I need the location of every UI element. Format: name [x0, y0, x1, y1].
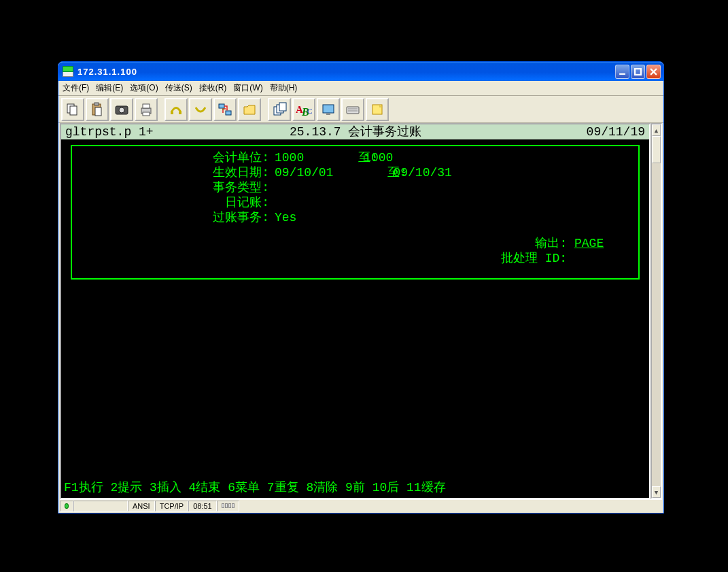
svg-rect-23: [326, 114, 330, 115]
screen-date: 09/11/19: [564, 124, 645, 139]
effdate-to[interactable]: 09/10/31: [387, 165, 451, 180]
function-keys: F1执行 2提示 3插入 4结束 6菜单 7重复 8清除 9前 10后 11缓存: [64, 480, 446, 495]
app-window: 172.31.1.100 文件(F) 编辑(E) 选项(O) 传送(S) 接收(…: [58, 61, 664, 514]
svg-rect-10: [143, 104, 150, 108]
terminal-container: gltrpst.p 1+ 25.13.7 会计事务过账 09/11/19 会计单…: [60, 123, 662, 499]
svg-rect-22: [323, 105, 334, 113]
menu-receive[interactable]: 接收(R): [199, 82, 227, 94]
svg-rect-5: [94, 103, 99, 105]
menu-options[interactable]: 选项(O): [130, 82, 158, 94]
svg-text:C: C: [307, 107, 312, 115]
svg-rect-14: [219, 104, 224, 108]
post-value[interactable]: Yes: [269, 210, 296, 225]
keyboard-icon[interactable]: [341, 98, 364, 121]
txtype-value[interactable]: [269, 180, 275, 195]
entity-to-label: 至:: [304, 150, 358, 165]
program-name: gltrpst.p 1+: [65, 124, 256, 139]
svg-rect-18: [279, 103, 286, 111]
menu-transfer[interactable]: 传送(S): [165, 82, 192, 94]
batch-value[interactable]: [574, 251, 629, 266]
entity-to[interactable]: 1000: [358, 150, 393, 165]
menu-window[interactable]: 窗口(W): [233, 82, 262, 94]
terminal-header: gltrpst.p 1+ 25.13.7 会计事务过账 09/11/19: [61, 124, 649, 139]
close-button[interactable]: [646, 65, 661, 79]
titlebar[interactable]: 172.31.1.100: [58, 62, 663, 81]
scroll-thumb[interactable]: [652, 136, 661, 163]
post-label: 过账事务:: [79, 210, 269, 225]
folder-icon[interactable]: [238, 98, 261, 121]
screenshot-icon[interactable]: [110, 98, 133, 121]
status-leds: [217, 501, 239, 511]
minimize-button[interactable]: [615, 65, 629, 79]
svg-rect-3: [70, 106, 77, 115]
hangup-icon[interactable]: [189, 98, 212, 121]
svg-rect-12: [171, 112, 173, 114]
svg-rect-0: [619, 73, 625, 74]
maximize-button[interactable]: [631, 65, 645, 79]
window-title: 172.31.1.100: [77, 67, 615, 77]
svg-rect-13: [179, 112, 181, 114]
scroll-up-icon[interactable]: ▲: [652, 124, 661, 136]
screen-title: 25.13.7 会计事务过账: [256, 124, 564, 139]
status-led: [60, 501, 73, 511]
vertical-scrollbar[interactable]: ▲ ▼: [651, 123, 662, 499]
print-icon[interactable]: [135, 98, 158, 121]
svg-rect-15: [226, 111, 231, 115]
status-protocol: TCP/IP: [155, 501, 188, 511]
output-label: 输出:: [535, 236, 567, 251]
menu-edit[interactable]: 编辑(E): [96, 82, 123, 94]
terminal[interactable]: gltrpst.p 1+ 25.13.7 会计事务过账 09/11/19 会计单…: [60, 123, 651, 499]
form-box: 会计单位: 1000 至: 1000 生效日期: 09/10/01 至: 09/…: [71, 145, 640, 280]
status-blank: [73, 501, 128, 511]
status-time: 08:51: [188, 501, 217, 511]
menubar: 文件(F) 编辑(E) 选项(O) 传送(S) 接收(R) 窗口(W) 帮助(H…: [58, 81, 663, 96]
dial-icon[interactable]: [164, 98, 188, 121]
entity-from[interactable]: 1000: [269, 150, 304, 165]
entity-label: 会计单位:: [79, 150, 269, 165]
toolbar: ABC: [58, 96, 663, 123]
menu-file[interactable]: 文件(F): [63, 82, 89, 94]
transfer-icon[interactable]: [213, 98, 237, 121]
statusbar: ANSI TCP/IP 08:51: [60, 499, 662, 511]
scroll-down-icon[interactable]: ▼: [652, 486, 661, 498]
svg-point-8: [119, 107, 124, 113]
svg-rect-1: [635, 69, 641, 75]
journal-label: 日记账:: [79, 195, 269, 210]
svg-rect-24: [347, 107, 359, 114]
output-value[interactable]: PAGE: [574, 236, 629, 251]
batch-label: 批处理 ID:: [501, 251, 567, 266]
cards-icon[interactable]: [268, 98, 291, 121]
svg-rect-11: [143, 112, 150, 116]
effdate-label: 生效日期:: [79, 165, 269, 180]
paste-icon[interactable]: [86, 98, 109, 121]
menu-help[interactable]: 帮助(H): [270, 82, 298, 94]
font-icon[interactable]: ABC: [292, 98, 315, 121]
effdate-to-label: 至:: [333, 165, 387, 180]
svg-rect-6: [95, 107, 101, 116]
txtype-label: 事务类型:: [79, 180, 269, 195]
app-icon: [63, 66, 73, 77]
effdate-from[interactable]: 09/10/01: [269, 165, 333, 180]
copy-icon[interactable]: [61, 98, 84, 121]
note-icon[interactable]: [366, 98, 389, 121]
monitor-icon[interactable]: [317, 98, 340, 121]
status-encoding: ANSI: [128, 501, 155, 511]
journal-value[interactable]: [269, 195, 275, 210]
